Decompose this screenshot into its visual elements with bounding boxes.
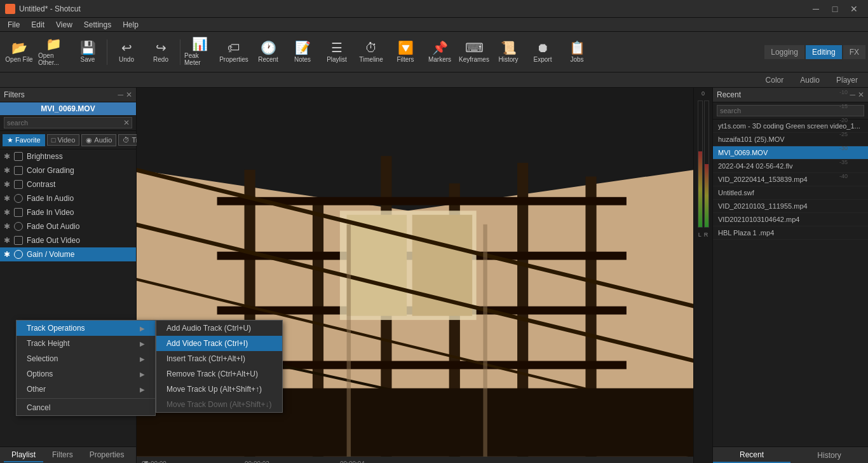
filter-item-contrast[interactable]: ✱ Contrast	[0, 177, 136, 191]
submenu-insert-track[interactable]: Insert Track (Ctrl+Alt+I)	[156, 351, 282, 366]
keyframes-button[interactable]: ⌨ Keyframes	[458, 34, 491, 71]
fx-mode-button[interactable]: FX	[843, 45, 865, 59]
recent-icon: 🕐	[261, 41, 276, 54]
filter-tab-video[interactable]: □ Video	[47, 134, 80, 146]
color-button[interactable]: Color	[758, 73, 792, 87]
audio-button[interactable]: Audio	[792, 73, 827, 87]
menu-view[interactable]: View	[51, 19, 78, 31]
open-file-button[interactable]: 📂 Open File	[3, 34, 36, 71]
properties-button[interactable]: 🏷 Properties	[217, 34, 250, 71]
filter-item-color-grading[interactable]: ✱ Color Grading	[0, 163, 136, 177]
markers-button[interactable]: 📌 Markers	[423, 34, 456, 71]
timeline-icon: ⏱	[365, 41, 377, 54]
properties-tab[interactable]: Properties	[82, 448, 132, 462]
filter-item-fade-in-video[interactable]: ✱ Fade In Video	[0, 205, 136, 219]
titlebar-controls[interactable]: ─ □ ✕	[807, 0, 863, 18]
submenu-add-audio-track[interactable]: Add Audio Track (Ctrl+U)	[156, 321, 282, 336]
export-button[interactable]: ⏺ Export	[526, 34, 559, 71]
recent-label: Recent	[258, 56, 278, 63]
filters-icon: 🔽	[398, 41, 414, 54]
context-menu-options[interactable]: Options ▶	[17, 366, 155, 382]
filter-tab-audio[interactable]: ◉ Audio	[81, 134, 116, 146]
editing-mode-button[interactable]: Editing	[806, 45, 842, 59]
playlist-tab[interactable]: Playlist	[4, 448, 43, 462]
submenu-move-track-up[interactable]: Move Track Up (Alt+Shift+↑)	[156, 382, 282, 397]
save-button[interactable]: 💾 Save	[71, 34, 104, 71]
right-channel-label: R	[704, 232, 709, 238]
undo-button[interactable]: ↩ Undo	[110, 34, 143, 71]
recent-file-vid20210103[interactable]: VID_20210103_111955.mp4	[713, 200, 868, 213]
open-other-label: Open Other...	[38, 52, 69, 66]
properties-icon: 🏷	[227, 41, 240, 54]
menu-help[interactable]: Help	[118, 19, 144, 31]
filter-item-fade-in-audio[interactable]: ✱ Fade In Audio	[0, 191, 136, 205]
submenu-add-video-track[interactable]: Add Video Track (Ctrl+I)	[156, 336, 282, 351]
context-menu-track-height[interactable]: Track Height ▶	[17, 336, 155, 351]
filter-item-fade-out-audio[interactable]: ✱ Fade Out Audio	[0, 219, 136, 233]
history-bottom-tab[interactable]: History	[790, 448, 868, 462]
recent-bottom-tab[interactable]: Recent	[713, 448, 790, 463]
filters-button[interactable]: 🔽 Filters	[389, 34, 422, 71]
filter-asterisk-icon-7: ✱	[4, 236, 10, 245]
open-other-icon: 📁	[46, 38, 62, 50]
notes-button[interactable]: 📝 Notes	[286, 34, 319, 71]
right-panel-minimize-icon[interactable]: ─	[850, 90, 855, 99]
notes-label: Notes	[294, 56, 311, 63]
open-other-button[interactable]: 📁 Open Other...	[37, 34, 70, 71]
options-label: Options	[27, 370, 53, 378]
filters-tab[interactable]: Filters	[44, 448, 81, 462]
recent-file-vid202101[interactable]: VID20210103104642.mp4	[713, 213, 868, 226]
markers-icon: 📌	[432, 41, 448, 54]
menu-settings[interactable]: Settings	[79, 19, 116, 31]
filters-title: Filters	[4, 90, 25, 99]
recent-file-hbl[interactable]: HBL Plaza 1 .mp4	[713, 226, 868, 240]
menu-edit[interactable]: Edit	[26, 19, 50, 31]
context-menu-cancel[interactable]: Cancel	[17, 400, 155, 415]
favorite-star-icon: ★	[7, 136, 13, 144]
redo-button[interactable]: ↪ Redo	[144, 34, 177, 71]
jobs-button[interactable]: 📋 Jobs	[560, 34, 593, 71]
filter-asterisk-icon-6: ✱	[4, 222, 10, 231]
insert-track-label: Insert Track (Ctrl+Alt+I)	[166, 354, 245, 363]
history-button[interactable]: 📜 History	[492, 34, 525, 71]
close-button[interactable]: ✕	[845, 0, 863, 18]
playlist-label: Playlist	[327, 56, 347, 63]
filter-item-gain-volume[interactable]: ✱ Gain / Volume	[0, 247, 136, 261]
toolbar-separator-2	[180, 39, 180, 65]
context-menu-other[interactable]: Other ▶	[17, 382, 155, 397]
filters-minimize-icon[interactable]: ─	[118, 90, 123, 99]
view-modes: Logging Editing FX	[764, 45, 865, 59]
filter-item-brightness[interactable]: ✱ Brightness	[0, 149, 136, 163]
context-menu-selection[interactable]: Selection ▶	[17, 351, 155, 366]
right-channel-meter	[704, 100, 709, 228]
context-menu-track-operations[interactable]: Track Operations ▶	[17, 321, 155, 336]
submenu: Add Audio Track (Ctrl+U) Add Video Track…	[156, 320, 283, 413]
recent-file-swf[interactable]: Untitled.swf	[713, 186, 868, 200]
logging-mode-button[interactable]: Logging	[764, 45, 804, 59]
filters-search-clear-icon[interactable]: ✕	[123, 118, 130, 127]
filter-asterisk-icon: ✱	[4, 152, 10, 161]
menu-file[interactable]: File	[3, 19, 25, 31]
filter-item-fade-out-video[interactable]: ✱ Fade Out Video	[0, 233, 136, 247]
cancel-label: Cancel	[27, 403, 50, 412]
right-bottom-tabs: Recent History	[713, 446, 868, 463]
toolbar-separator-1	[107, 39, 107, 65]
filter-tab-favorite[interactable]: ★ Favorite	[3, 134, 45, 146]
timeline-button[interactable]: ⏱ Timeline	[355, 34, 388, 71]
playlist-button[interactable]: ☰ Playlist	[320, 34, 353, 71]
recent-button[interactable]: 🕐 Recent	[252, 34, 285, 71]
filters-label: Filters	[397, 56, 414, 63]
filename-text: MVI_0069.MOV	[41, 104, 95, 113]
bottom-panel-tabs: Playlist Filters Properties Export	[0, 446, 136, 463]
maximize-button[interactable]: □	[826, 0, 844, 18]
keyframes-label: Keyframes	[459, 56, 489, 63]
filters-search-input[interactable]	[4, 117, 132, 128]
minimize-button[interactable]: ─	[807, 0, 825, 18]
right-panel-close-icon[interactable]: ✕	[858, 90, 864, 99]
audio-meter-label: 0	[702, 90, 705, 97]
peak-meter-button[interactable]: 📊 Peak Meter	[183, 34, 216, 71]
submenu-remove-track[interactable]: Remove Track (Ctrl+Alt+U)	[156, 366, 282, 382]
filters-close-icon[interactable]: ✕	[126, 90, 132, 99]
lr-labels: L R	[698, 232, 709, 238]
audio-meter-bars	[698, 100, 709, 228]
